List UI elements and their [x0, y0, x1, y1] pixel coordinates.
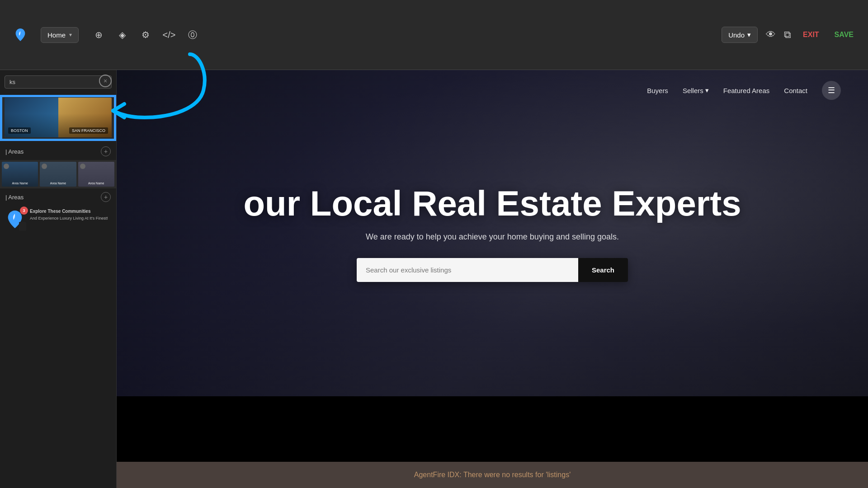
- area-label-2: Area Name: [50, 182, 66, 185]
- notification-count: 3: [23, 208, 25, 213]
- second-areas-label: | Areas: [5, 194, 24, 201]
- settings-icon[interactable]: ⚙: [138, 28, 153, 42]
- areas-grid-preview: Area Name Area Name Area Name: [0, 160, 116, 188]
- file-icon: [19, 222, 26, 231]
- home-chevron-icon: ▾: [69, 32, 72, 38]
- bottom-logo: 3: [4, 208, 26, 231]
- search-btn[interactable]: Search: [578, 258, 628, 282]
- hero-subtitle: We are ready to help you achieve your ho…: [117, 232, 868, 242]
- block-preview: View All Featured Areas ☆ BOSTON SAN FRA…: [1, 96, 115, 140]
- bottom-block-body: And Experience Luxury Living At It's Fin…: [30, 216, 108, 221]
- boston-label: BOSTON: [8, 127, 31, 134]
- add-icon[interactable]: ⊕: [91, 28, 106, 42]
- hero-title: our Local Real Estate Experts: [117, 184, 868, 223]
- search-bar: Search: [357, 258, 628, 282]
- duplicate-icon[interactable]: ⧉: [784, 29, 791, 41]
- sf-image: SAN FRANCISCO: [58, 98, 112, 137]
- sidebar: × ks View All Featured Areas ☆ BOSTON: [0, 70, 117, 488]
- preview-icon[interactable]: 👁: [766, 29, 776, 41]
- add-featured-areas-btn[interactable]: +: [101, 146, 111, 156]
- featured-areas-label: | Areas: [5, 148, 24, 155]
- nav-contact[interactable]: Contact: [784, 87, 807, 94]
- bottom-block-text: Explore These Communities And Experience…: [30, 208, 108, 221]
- hero-section: Buyers Sellers ▾ Featured Areas Contact …: [117, 70, 868, 396]
- area-label-3: Area Name: [88, 182, 104, 185]
- sidebar-select[interactable]: ks: [5, 75, 112, 89]
- boston-image: BOSTON: [5, 98, 58, 137]
- idx-notice: AgentFire IDX: There were no results for…: [117, 462, 868, 488]
- cities-image-inner: View All Featured Areas ☆ BOSTON SAN FRA…: [5, 98, 112, 137]
- second-areas-header: | Areas +: [0, 188, 116, 206]
- nav-hamburger-btn[interactable]: ☰: [822, 81, 841, 100]
- toolbar: Home ▾ ⊕ ◈ ⚙ </> ⓪ Undo ▾ 👁 ⧉ EXIT SAVE: [0, 0, 868, 70]
- undo-label: Undo: [728, 31, 745, 39]
- search-input[interactable]: [357, 258, 578, 282]
- area-avatar-1: [4, 164, 9, 169]
- home-dropdown-btn[interactable]: Home ▾: [41, 27, 79, 43]
- area-thumb-3: Area Name: [78, 162, 114, 187]
- logo: [11, 25, 30, 44]
- save-btn[interactable]: SAVE: [831, 31, 857, 39]
- code-icon[interactable]: </>: [162, 28, 176, 42]
- area-thumb-1: Area Name: [2, 162, 38, 187]
- hero-content: our Local Real Estate Experts We are rea…: [117, 184, 868, 282]
- add-second-areas-btn[interactable]: +: [101, 192, 111, 202]
- exit-btn[interactable]: EXIT: [799, 31, 823, 39]
- block-preview-inner: View All Featured Areas ☆ BOSTON SAN FRA…: [1, 96, 115, 140]
- nav-featured-areas[interactable]: Featured Areas: [723, 87, 770, 94]
- notification-badge: 3: [20, 206, 28, 215]
- sidebar-close-btn[interactable]: ×: [99, 75, 112, 87]
- featured-areas-header: | Areas +: [0, 143, 116, 160]
- undo-btn[interactable]: Undo ▾: [722, 27, 758, 43]
- idx-notice-text: AgentFire IDX: There were no results for…: [414, 471, 571, 479]
- home-label: Home: [47, 31, 66, 39]
- area-label-1: Area Name: [12, 182, 28, 185]
- hero-title-text: our Local Real Estate Experts: [243, 183, 741, 223]
- sf-label: SAN FRANCISCO: [69, 127, 108, 134]
- nav-buyers[interactable]: Buyers: [647, 87, 668, 94]
- close-icon: ×: [104, 77, 107, 84]
- city-images: BOSTON SAN FRANCISCO: [5, 98, 112, 137]
- area-avatar-3: [80, 164, 85, 169]
- nav-sellers-chevron-icon: ▾: [705, 86, 709, 94]
- bottom-block: 3 Explore These Communities And Experien…: [0, 206, 116, 234]
- nav-sellers[interactable]: Sellers ▾: [683, 86, 709, 94]
- layers-icon[interactable]: ◈: [115, 28, 129, 42]
- featured-areas-block[interactable]: View All Featured Areas ☆ BOSTON SAN FRA…: [0, 95, 116, 141]
- main-area: Buyers Sellers ▾ Featured Areas Contact …: [117, 70, 868, 488]
- cities-preview-image: View All Featured Areas ☆ BOSTON SAN FRA…: [5, 98, 112, 137]
- toolbar-right: Undo ▾ 👁 ⧉ EXIT SAVE: [722, 27, 857, 43]
- undo-chevron-icon: ▾: [747, 31, 751, 39]
- bottom-block-title: Explore These Communities: [30, 208, 108, 215]
- nav-sellers-label: Sellers: [683, 87, 703, 94]
- wordpress-icon[interactable]: ⓪: [185, 28, 200, 42]
- toolbar-icons: ⊕ ◈ ⚙ </> ⓪: [91, 28, 200, 42]
- area-thumb-2: Area Name: [40, 162, 76, 187]
- site-nav: Buyers Sellers ▾ Featured Areas Contact …: [647, 81, 841, 100]
- areas-grid: Area Name Area Name Area Name: [0, 160, 116, 188]
